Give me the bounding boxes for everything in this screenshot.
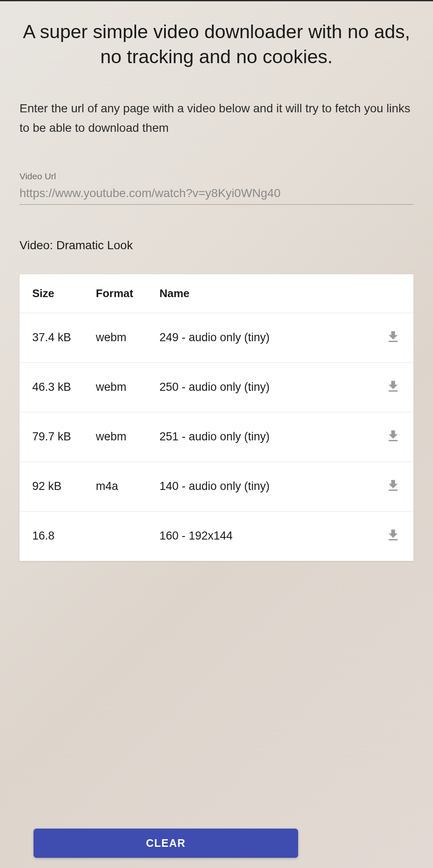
video-title: Video: Dramatic Look <box>20 239 413 252</box>
table-row: 92 kBm4a140 - audio only (tiny) <box>20 462 413 512</box>
clear-button[interactable]: CLEAR <box>34 829 298 858</box>
table-header: Size Format Name <box>20 274 413 313</box>
page-description: Enter the url of any page with a video b… <box>20 99 413 138</box>
header-format: Format <box>96 287 159 300</box>
url-input[interactable] <box>20 184 413 205</box>
cell-format: webm <box>96 329 159 346</box>
table-row: 37.4 kBwebm249 - audio only (tiny) <box>20 313 413 363</box>
page-title: A super simple video downloader with no … <box>20 19 413 69</box>
url-input-group: Video Url <box>20 171 413 205</box>
url-input-label: Video Url <box>20 171 413 181</box>
cell-name: 160 - 192x144 <box>159 528 380 544</box>
table-row: 46.3 kBwebm250 - audio only (tiny) <box>20 363 413 412</box>
cell-format: m4a <box>96 478 159 495</box>
download-icon[interactable] <box>386 478 401 493</box>
video-title-prefix: Video: <box>20 239 56 252</box>
table-row: 16.8160 - 192x144 <box>20 512 413 561</box>
cell-name: 250 - audio only (tiny) <box>159 379 380 395</box>
cell-name: 249 - audio only (tiny) <box>159 329 380 346</box>
video-title-text: Dramatic Look <box>56 239 133 252</box>
cell-format: webm <box>96 379 159 395</box>
download-icon[interactable] <box>386 428 401 444</box>
cell-size: 16.8 <box>32 528 96 544</box>
download-icon[interactable] <box>386 329 401 345</box>
download-icon[interactable] <box>386 379 401 394</box>
cell-name: 251 - audio only (tiny) <box>159 428 380 445</box>
cell-size: 79.7 kB <box>32 428 96 445</box>
cell-size: 46.3 kB <box>32 379 96 395</box>
header-name: Name <box>159 287 380 300</box>
formats-table: Size Format Name 37.4 kBwebm249 - audio … <box>20 274 413 561</box>
header-size: Size <box>32 287 96 300</box>
cell-format: webm <box>96 428 159 445</box>
table-row: 79.7 kBwebm251 - audio only (tiny) <box>20 412 413 462</box>
cell-name: 140 - audio only (tiny) <box>159 478 380 495</box>
cell-size: 37.4 kB <box>32 329 96 346</box>
cell-size: 92 kB <box>32 478 96 495</box>
download-icon[interactable] <box>386 528 401 543</box>
